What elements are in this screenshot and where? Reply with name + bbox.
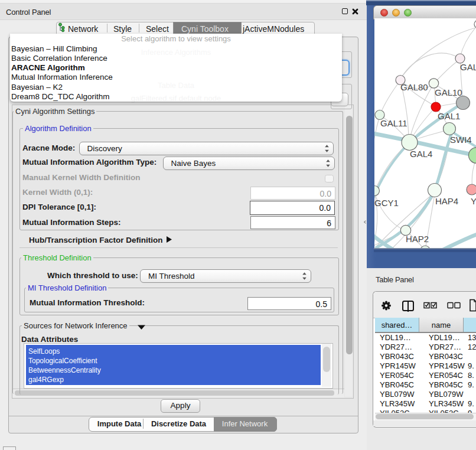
- svg-text:SWI4: SWI4: [450, 135, 472, 145]
- svg-text:GAL4: GAL4: [410, 149, 432, 159]
- svg-text:HAP2: HAP2: [406, 234, 429, 244]
- svg-text:GAL80: GAL80: [400, 82, 428, 92]
- svg-text:GCY1: GCY1: [374, 198, 399, 208]
- svg-text:GAL1: GAL1: [438, 111, 460, 121]
- svg-text:GAL7: GAL7: [460, 62, 476, 72]
- svg-text:GAL11: GAL11: [380, 118, 407, 128]
- svg-text:YD: YD: [471, 196, 476, 206]
- svg-text:GAL10: GAL10: [435, 87, 462, 97]
- svg-text:HAP4: HAP4: [435, 196, 458, 206]
